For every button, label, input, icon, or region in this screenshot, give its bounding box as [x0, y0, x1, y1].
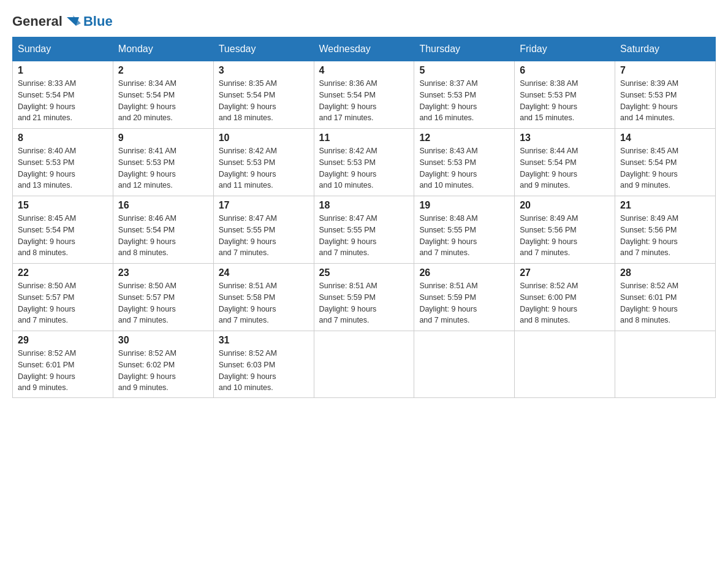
weekday-header-row: SundayMondayTuesdayWednesdayThursdayFrid…: [13, 37, 716, 61]
day-cell-1: 1 Sunrise: 8:33 AM Sunset: 5:54 PM Dayli…: [13, 61, 113, 129]
day-number: 6: [520, 65, 610, 76]
day-cell-11: 11 Sunrise: 8:42 AM Sunset: 5:53 PM Dayl…: [314, 129, 414, 196]
day-number: 8: [18, 132, 108, 144]
day-number: 5: [419, 65, 509, 76]
day-info: Sunrise: 8:36 AM Sunset: 5:54 PM Dayligh…: [319, 78, 409, 124]
day-cell-25: 25 Sunrise: 8:51 AM Sunset: 5:59 PM Dayl…: [314, 264, 414, 331]
day-number: 9: [118, 132, 208, 144]
weekday-header-friday: Friday: [515, 37, 615, 61]
day-number: 20: [520, 200, 610, 211]
day-number: 16: [118, 200, 208, 211]
calendar-table: SundayMondayTuesdayWednesdayThursdayFrid…: [12, 37, 716, 398]
day-number: 2: [118, 65, 208, 76]
day-number: 17: [219, 200, 309, 211]
week-row-1: 1 Sunrise: 8:33 AM Sunset: 5:54 PM Dayli…: [13, 61, 716, 129]
day-number: 4: [319, 65, 409, 76]
day-info: Sunrise: 8:52 AM Sunset: 6:03 PM Dayligh…: [219, 348, 309, 394]
day-info: Sunrise: 8:43 AM Sunset: 5:53 PM Dayligh…: [419, 145, 509, 191]
day-cell-5: 5 Sunrise: 8:37 AM Sunset: 5:53 PM Dayli…: [414, 61, 515, 129]
day-number: 15: [18, 200, 108, 211]
logo: General Blue: [12, 12, 113, 31]
day-cell-9: 9 Sunrise: 8:41 AM Sunset: 5:53 PM Dayli…: [113, 129, 213, 196]
day-number: 28: [620, 267, 710, 278]
empty-cell: [615, 331, 716, 398]
day-number: 22: [18, 267, 108, 278]
day-cell-17: 17 Sunrise: 8:47 AM Sunset: 5:55 PM Dayl…: [213, 196, 314, 264]
empty-cell: [414, 331, 515, 398]
weekday-header-thursday: Thursday: [414, 37, 515, 61]
day-info: Sunrise: 8:40 AM Sunset: 5:53 PM Dayligh…: [18, 145, 108, 191]
day-cell-22: 22 Sunrise: 8:50 AM Sunset: 5:57 PM Dayl…: [13, 264, 113, 331]
day-number: 21: [620, 200, 710, 211]
day-cell-19: 19 Sunrise: 8:48 AM Sunset: 5:55 PM Dayl…: [414, 196, 515, 264]
day-cell-23: 23 Sunrise: 8:50 AM Sunset: 5:57 PM Dayl…: [113, 264, 213, 331]
day-number: 25: [319, 267, 409, 278]
day-number: 1: [18, 65, 108, 76]
day-info: Sunrise: 8:39 AM Sunset: 5:53 PM Dayligh…: [620, 78, 710, 124]
day-number: 18: [319, 200, 409, 211]
day-info: Sunrise: 8:33 AM Sunset: 5:54 PM Dayligh…: [18, 78, 108, 124]
day-cell-6: 6 Sunrise: 8:38 AM Sunset: 5:53 PM Dayli…: [515, 61, 615, 129]
day-number: 7: [620, 65, 710, 76]
day-cell-7: 7 Sunrise: 8:39 AM Sunset: 5:53 PM Dayli…: [615, 61, 716, 129]
day-cell-26: 26 Sunrise: 8:51 AM Sunset: 5:59 PM Dayl…: [414, 264, 515, 331]
day-cell-15: 15 Sunrise: 8:45 AM Sunset: 5:54 PM Dayl…: [13, 196, 113, 264]
day-info: Sunrise: 8:42 AM Sunset: 5:53 PM Dayligh…: [319, 145, 409, 191]
week-row-4: 22 Sunrise: 8:50 AM Sunset: 5:57 PM Dayl…: [13, 264, 716, 331]
day-cell-8: 8 Sunrise: 8:40 AM Sunset: 5:53 PM Dayli…: [13, 129, 113, 196]
day-number: 13: [520, 132, 610, 144]
day-cell-16: 16 Sunrise: 8:46 AM Sunset: 5:54 PM Dayl…: [113, 196, 213, 264]
day-number: 12: [419, 132, 509, 144]
empty-cell: [314, 331, 414, 398]
weekday-header-monday: Monday: [113, 37, 213, 61]
day-number: 23: [118, 267, 208, 278]
day-info: Sunrise: 8:45 AM Sunset: 5:54 PM Dayligh…: [18, 213, 108, 259]
day-number: 31: [219, 335, 309, 346]
logo-general-text: General: [12, 13, 63, 29]
day-number: 14: [620, 132, 710, 144]
day-info: Sunrise: 8:44 AM Sunset: 5:54 PM Dayligh…: [520, 145, 610, 191]
page-header: General Blue: [12, 12, 716, 31]
weekday-header-saturday: Saturday: [615, 37, 716, 61]
day-cell-14: 14 Sunrise: 8:45 AM Sunset: 5:54 PM Dayl…: [615, 129, 716, 196]
day-info: Sunrise: 8:38 AM Sunset: 5:53 PM Dayligh…: [520, 78, 610, 124]
day-info: Sunrise: 8:52 AM Sunset: 6:01 PM Dayligh…: [620, 280, 710, 326]
empty-cell: [515, 331, 615, 398]
day-info: Sunrise: 8:50 AM Sunset: 5:57 PM Dayligh…: [18, 280, 108, 326]
day-info: Sunrise: 8:51 AM Sunset: 5:59 PM Dayligh…: [319, 280, 409, 326]
logo-blue-text: Blue: [83, 13, 113, 29]
day-info: Sunrise: 8:52 AM Sunset: 6:02 PM Dayligh…: [118, 348, 208, 394]
day-cell-13: 13 Sunrise: 8:44 AM Sunset: 5:54 PM Dayl…: [515, 129, 615, 196]
day-info: Sunrise: 8:50 AM Sunset: 5:57 PM Dayligh…: [118, 280, 208, 326]
day-cell-30: 30 Sunrise: 8:52 AM Sunset: 6:02 PM Dayl…: [113, 331, 213, 398]
day-info: Sunrise: 8:34 AM Sunset: 5:54 PM Dayligh…: [118, 78, 208, 124]
day-number: 26: [419, 267, 509, 278]
day-info: Sunrise: 8:41 AM Sunset: 5:53 PM Dayligh…: [118, 145, 208, 191]
week-row-5: 29 Sunrise: 8:52 AM Sunset: 6:01 PM Dayl…: [13, 331, 716, 398]
day-cell-28: 28 Sunrise: 8:52 AM Sunset: 6:01 PM Dayl…: [615, 264, 716, 331]
day-cell-18: 18 Sunrise: 8:47 AM Sunset: 5:55 PM Dayl…: [314, 196, 414, 264]
day-info: Sunrise: 8:51 AM Sunset: 5:58 PM Dayligh…: [219, 280, 309, 326]
day-number: 19: [419, 200, 509, 211]
day-info: Sunrise: 8:47 AM Sunset: 5:55 PM Dayligh…: [319, 213, 409, 259]
logo-icon: [64, 12, 82, 31]
day-cell-10: 10 Sunrise: 8:42 AM Sunset: 5:53 PM Dayl…: [213, 129, 314, 196]
day-cell-24: 24 Sunrise: 8:51 AM Sunset: 5:58 PM Dayl…: [213, 264, 314, 331]
day-cell-20: 20 Sunrise: 8:49 AM Sunset: 5:56 PM Dayl…: [515, 196, 615, 264]
day-number: 24: [219, 267, 309, 278]
day-number: 10: [219, 132, 309, 144]
day-cell-4: 4 Sunrise: 8:36 AM Sunset: 5:54 PM Dayli…: [314, 61, 414, 129]
day-info: Sunrise: 8:45 AM Sunset: 5:54 PM Dayligh…: [620, 145, 710, 191]
day-number: 30: [118, 335, 208, 346]
day-info: Sunrise: 8:37 AM Sunset: 5:53 PM Dayligh…: [419, 78, 509, 124]
day-cell-29: 29 Sunrise: 8:52 AM Sunset: 6:01 PM Dayl…: [13, 331, 113, 398]
day-cell-27: 27 Sunrise: 8:52 AM Sunset: 6:00 PM Dayl…: [515, 264, 615, 331]
day-number: 3: [219, 65, 309, 76]
weekday-header-wednesday: Wednesday: [314, 37, 414, 61]
day-number: 11: [319, 132, 409, 144]
day-info: Sunrise: 8:52 AM Sunset: 6:00 PM Dayligh…: [520, 280, 610, 326]
day-cell-21: 21 Sunrise: 8:49 AM Sunset: 5:56 PM Dayl…: [615, 196, 716, 264]
day-info: Sunrise: 8:48 AM Sunset: 5:55 PM Dayligh…: [419, 213, 509, 259]
weekday-header-sunday: Sunday: [13, 37, 113, 61]
day-info: Sunrise: 8:35 AM Sunset: 5:54 PM Dayligh…: [219, 78, 309, 124]
